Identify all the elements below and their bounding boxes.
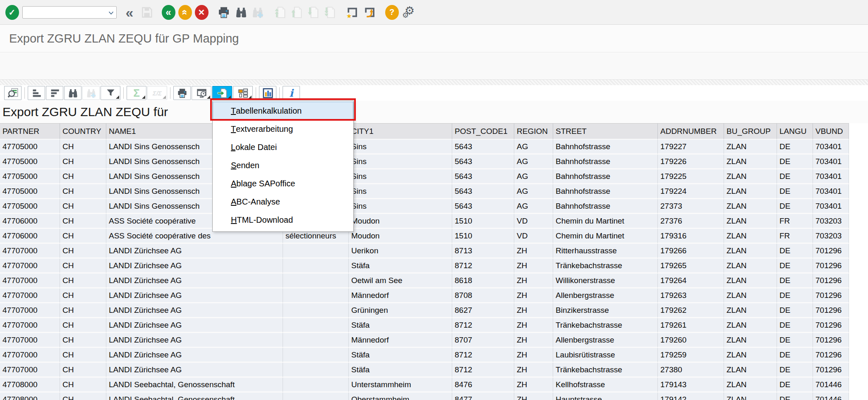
cell[interactable]: 701296 [813, 318, 849, 333]
cell[interactable]: 5643 [452, 155, 514, 169]
cell[interactable]: 701296 [813, 363, 849, 378]
cell[interactable]: ZLAN [724, 169, 777, 184]
enter-button[interactable]: ✓ [4, 4, 20, 21]
cell[interactable]: 5643 [452, 199, 514, 214]
cell[interactable]: DE [777, 259, 813, 274]
views-button[interactable] [192, 86, 211, 100]
cell[interactable]: Bahnhofstrasse [553, 155, 658, 169]
cell[interactable]: 47705000 [0, 140, 60, 155]
cell[interactable]: ZLAN [724, 214, 777, 229]
cell[interactable]: 701446 [813, 378, 849, 393]
cell[interactable]: ZLAN [724, 348, 777, 363]
cell[interactable]: 179262 [658, 303, 724, 318]
cell[interactable]: 179260 [658, 333, 724, 348]
cell[interactable]: CH [60, 363, 106, 378]
cell[interactable]: Sins [349, 184, 452, 199]
cell[interactable]: LANDI Zürichsee AG [106, 363, 283, 378]
cell[interactable]: 47707000 [0, 333, 60, 348]
collapse-toolbar-button[interactable]: « [122, 4, 137, 21]
cell[interactable]: CH [60, 303, 106, 318]
cell[interactable]: 179142 [658, 393, 724, 400]
cell[interactable]: CH [60, 288, 106, 303]
menu-item-lokale-datei[interactable]: Lokale Datei [213, 138, 353, 156]
cell[interactable] [283, 378, 349, 393]
cell[interactable]: DE [777, 274, 813, 288]
cell[interactable]: ZLAN [724, 288, 777, 303]
cell[interactable]: Grüningen [349, 303, 452, 318]
cell[interactable]: LANDI Zürichsee AG [106, 303, 283, 318]
cell[interactable]: 47706000 [0, 214, 60, 229]
cell[interactable]: 179264 [658, 274, 724, 288]
cell[interactable]: CH [60, 140, 106, 155]
menu-item-abc-analyse[interactable]: ABC-Analyse [213, 193, 353, 211]
cell[interactable]: 8627 [452, 303, 514, 318]
cell[interactable]: 179143 [658, 378, 724, 393]
cell[interactable]: Oberstammheim [349, 393, 452, 400]
cell[interactable]: 1510 [452, 229, 514, 244]
cell[interactable]: 701296 [813, 303, 849, 318]
cell[interactable]: 703401 [813, 184, 849, 199]
cell[interactable]: CH [60, 169, 106, 184]
cell[interactable]: 701446 [813, 393, 849, 400]
cell[interactable]: Stäfa [349, 363, 452, 378]
cell[interactable]: Bahnhofstrasse [553, 184, 658, 199]
cell[interactable] [283, 274, 349, 288]
cell[interactable]: Bahnhofstrasse [553, 140, 658, 155]
cell[interactable]: DE [777, 288, 813, 303]
cell[interactable]: 8477 [452, 393, 514, 400]
cell[interactable] [283, 393, 349, 400]
cell[interactable]: Männedorf [349, 333, 452, 348]
cell[interactable]: DE [777, 140, 813, 155]
cell[interactable]: FR [777, 214, 813, 229]
cell[interactable]: CH [60, 184, 106, 199]
cell[interactable]: 8707 [452, 333, 514, 348]
cell[interactable]: AG [514, 169, 553, 184]
cell[interactable]: ZLAN [724, 140, 777, 155]
cell[interactable]: ZLAN [724, 229, 777, 244]
cell[interactable]: LANDI Zürichsee AG [106, 244, 283, 259]
cell[interactable]: 8618 [452, 274, 514, 288]
cell[interactable]: Ritterhausstrasse [553, 244, 658, 259]
cell[interactable]: Stäfa [349, 318, 452, 333]
menu-item-textverarbeitung[interactable]: Textverarbeitung [213, 120, 353, 138]
cell[interactable] [283, 333, 349, 348]
cell[interactable]: 8712 [452, 318, 514, 333]
cell[interactable]: 27380 [658, 363, 724, 378]
cell[interactable]: DE [777, 244, 813, 259]
cell[interactable]: DE [777, 348, 813, 363]
cell[interactable]: ZH [514, 378, 553, 393]
cell[interactable]: 47706000 [0, 229, 60, 244]
cell[interactable]: DE [777, 393, 813, 400]
print-button[interactable] [216, 4, 232, 21]
cell[interactable]: 47707000 [0, 318, 60, 333]
cell[interactable]: CH [60, 155, 106, 169]
column-header-CITY1[interactable]: CITY1 [349, 123, 452, 140]
column-header-BU_GROUP[interactable]: BU_GROUP [724, 123, 777, 140]
column-header-ADDRNUMBER[interactable]: ADDRNUMBER [658, 123, 724, 140]
cell[interactable] [283, 288, 349, 303]
cell[interactable]: LANDI Zürichsee AG [106, 274, 283, 288]
cell[interactable]: ZH [514, 333, 553, 348]
cell[interactable]: ZLAN [724, 363, 777, 378]
cell[interactable]: 47707000 [0, 259, 60, 274]
cell[interactable]: Stäfa [349, 259, 452, 274]
sum-button[interactable]: Σ [127, 86, 146, 100]
cell[interactable]: 1510 [452, 214, 514, 229]
cell[interactable]: Männedorf [349, 288, 452, 303]
help-button[interactable]: ? [384, 4, 400, 21]
menu-item-ablage-sapoffice[interactable]: Ablage SAPoffice [213, 174, 353, 193]
cell[interactable]: CH [60, 259, 106, 274]
cell[interactable]: 5643 [452, 169, 514, 184]
cell[interactable]: ZLAN [724, 184, 777, 199]
cell[interactable]: 8712 [452, 348, 514, 363]
cell[interactable]: 701296 [813, 274, 849, 288]
cell[interactable]: ZLAN [724, 333, 777, 348]
cell[interactable]: Willikonerstrasse [553, 274, 658, 288]
choose-layout-button[interactable] [233, 86, 253, 100]
cell[interactable]: VD [514, 229, 553, 244]
cell[interactable]: ZLAN [724, 244, 777, 259]
cell[interactable]: Bahnhofstrasse [553, 169, 658, 184]
cell[interactable]: CH [60, 199, 106, 214]
cell[interactable]: AG [514, 155, 553, 169]
cell[interactable]: 27373 [658, 199, 724, 214]
